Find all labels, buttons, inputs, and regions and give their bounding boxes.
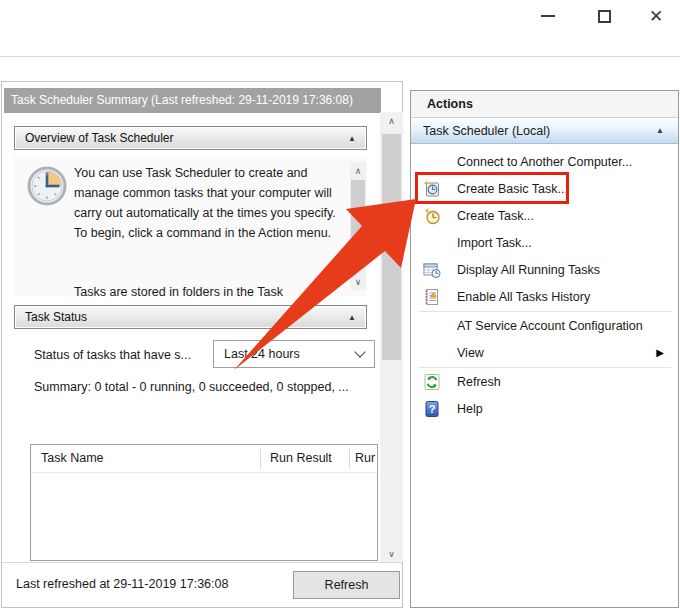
scroll-down-icon[interactable]: ∨ [380,545,403,562]
overview-paragraph-2: Tasks are stored in folders in the Task [74,282,342,296]
svg-text:?: ? [429,403,436,415]
task-scheduler-local-group-header[interactable]: Task Scheduler (Local) ▲ [411,118,678,144]
last-refreshed-text: Last refreshed at 29-11-2019 17:36:08 [16,577,228,591]
scroll-down-icon[interactable]: ∨ [350,273,366,290]
time-range-dropdown[interactable]: Last 24 hours [213,340,375,368]
scroll-up-icon[interactable]: ∧ [380,112,403,129]
dropdown-value: Last 24 hours [224,347,300,361]
submenu-arrow-icon: ▶ [656,347,664,358]
action-label: Connect to Another Computer... [457,155,632,169]
create-basic-task-icon [423,180,441,198]
close-icon: ✕ [649,8,663,25]
pane-status-bar: Last refreshed at 29-11-2019 17:36:08 Re… [2,562,402,607]
column-header-run-start[interactable]: Rur [355,451,375,465]
action-display-all-running-tasks[interactable]: Display All Running Tasks [411,256,678,283]
action-import-task[interactable]: Import Task... [411,229,678,256]
scrollbar-thumb[interactable] [351,180,365,240]
create-task-icon [423,207,441,225]
group-title: Task Scheduler (Local) [423,124,550,138]
action-label: AT Service Account Configuration [457,319,643,333]
action-label: View [457,346,484,360]
action-enable-all-tasks-history[interactable]: Enable All Tasks History [411,283,678,310]
refresh-button[interactable]: Refresh [293,571,400,599]
overview-section-title: Overview of Task Scheduler [25,131,174,145]
status-filter-label: Status of tasks that have s... [34,348,191,362]
task-status-title: Task Status [25,310,87,324]
title-bar: ✕ [0,0,680,57]
task-summary-text: Summary: 0 total - 0 running, 0 succeede… [34,380,349,394]
collapse-icon[interactable]: ▲ [348,134,356,143]
action-refresh[interactable]: Refresh [411,368,678,395]
actions-pane: Actions Task Scheduler (Local) ▲ Connect… [410,90,679,608]
scrollbar-thumb[interactable] [382,134,401,360]
clock-icon [27,166,67,206]
summary-pane: Task Scheduler Summary (Last refreshed: … [1,81,403,608]
action-view[interactable]: View ▶ [411,339,678,366]
maximize-button[interactable] [588,2,620,30]
summary-pane-scrollbar[interactable]: ∧ ∨ [380,112,403,562]
minimize-icon [541,15,555,17]
action-label: Create Basic Task... [457,182,568,196]
collapse-icon[interactable]: ▲ [348,313,356,322]
summary-pane-title: Task Scheduler Summary (Last refreshed: … [4,88,381,113]
overview-content: You can use Task Scheduler to create and… [14,156,367,296]
maximize-icon [598,10,611,23]
close-button[interactable]: ✕ [640,2,672,30]
column-header-task-name[interactable]: Task Name [41,451,104,465]
help-icon: ? [423,400,441,418]
action-label: Create Task... [457,209,534,223]
refresh-icon [423,373,441,391]
actions-pane-title: Actions [411,91,678,118]
overview-paragraph: You can use Task Scheduler to create and… [74,163,342,243]
column-divider[interactable] [349,449,350,469]
action-label: Import Task... [457,236,532,250]
action-label: Help [457,402,483,416]
scroll-up-icon[interactable]: ∧ [350,162,366,179]
task-table: Task Name Run Result Rur [30,444,378,561]
running-tasks-icon [423,261,441,279]
column-header-run-result[interactable]: Run Result [270,451,332,465]
overview-scrollbar[interactable]: ∧ ∨ [350,162,366,290]
action-at-service-account-configuration[interactable]: AT Service Account Configuration [411,312,678,339]
task-status-section-header[interactable]: Task Status ▲ [14,305,367,329]
overview-section-header[interactable]: Overview of Task Scheduler ▲ [14,126,367,150]
table-header-row[interactable]: Task Name Run Result Rur [31,445,377,473]
action-label: Display All Running Tasks [457,263,600,277]
chevron-down-icon [354,346,365,357]
action-create-basic-task[interactable]: Create Basic Task... [411,175,678,202]
column-divider[interactable] [260,449,261,469]
action-label: Enable All Tasks History [457,290,590,304]
action-create-task[interactable]: Create Task... [411,202,678,229]
action-help[interactable]: ? Help [411,395,678,422]
collapse-icon[interactable]: ▲ [656,126,664,135]
minimize-button[interactable] [532,2,564,30]
action-connect-to-another-computer[interactable]: Connect to Another Computer... [411,148,678,175]
tasks-history-icon [423,288,441,306]
action-label: Refresh [457,375,501,389]
